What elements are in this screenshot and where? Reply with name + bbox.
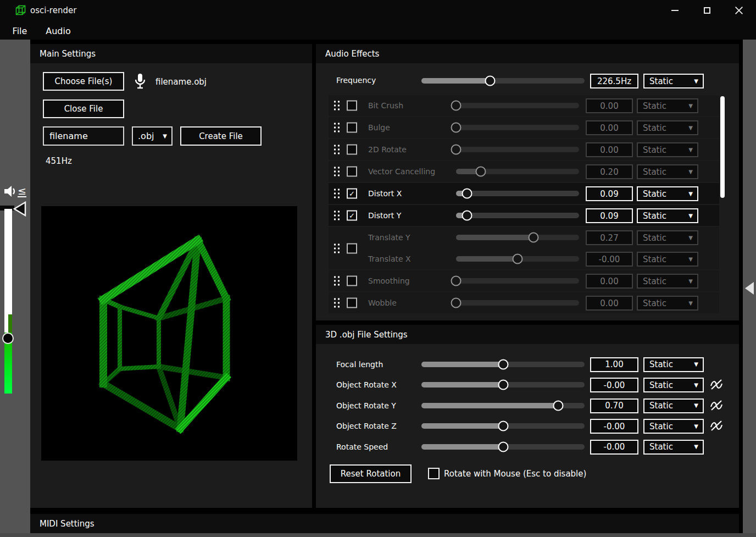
slider-thumb[interactable] (498, 359, 508, 369)
effect-value[interactable]: 0.09 (586, 208, 633, 223)
slider-thumb[interactable] (485, 76, 495, 86)
frequency-slider[interactable] (421, 78, 585, 84)
effect-slider[interactable] (456, 147, 579, 152)
create-file-button[interactable]: Create File (180, 126, 262, 146)
effect-slider[interactable] (456, 103, 579, 108)
effect-value[interactable]: 0.00 (586, 98, 633, 113)
effect-value[interactable]: 0.00 (586, 120, 633, 135)
menu-audio[interactable]: Audio (38, 23, 78, 38)
effect-mode-dropdown[interactable]: Static▼ (637, 252, 698, 267)
effect-checkbox[interactable]: ✓ (347, 189, 357, 199)
microphone-icon[interactable] (133, 73, 147, 90)
drag-handle-icon[interactable] (333, 122, 341, 134)
slider-thumb[interactable] (498, 380, 508, 390)
drag-handle-icon[interactable] (333, 100, 341, 112)
effect-slider[interactable] (456, 235, 579, 240)
setting-mode-dropdown[interactable]: Static▼ (643, 440, 704, 455)
effect-value[interactable]: 0.09 (586, 186, 633, 201)
filename-input[interactable]: filename (43, 126, 124, 146)
effect-mode-dropdown[interactable]: Static▼ (637, 208, 698, 223)
effect-checkbox[interactable] (347, 145, 357, 155)
effect-slider[interactable] (456, 278, 579, 284)
effect-mode-dropdown[interactable]: Static▼ (637, 296, 698, 311)
menu-file[interactable]: File (5, 23, 34, 38)
setting-mode-dropdown[interactable]: Static▼ (643, 357, 704, 372)
setting-slider[interactable] (421, 362, 585, 367)
drag-handle-icon[interactable] (333, 275, 341, 287)
effects-scrollbar[interactable] (720, 96, 725, 198)
slider-thumb[interactable] (462, 211, 472, 221)
setting-value[interactable]: 1.00 (590, 357, 638, 372)
frequency-mode-dropdown[interactable]: Static ▼ (643, 74, 704, 88)
effect-checkbox[interactable] (347, 298, 357, 308)
setting-value[interactable]: 0.70 (590, 398, 638, 413)
effect-mode-dropdown[interactable]: Static▼ (637, 98, 698, 113)
main-settings-header[interactable]: Main Settings (30, 44, 312, 63)
collapse-left-arrow-icon[interactable] (744, 281, 755, 296)
effect-slider[interactable] (456, 191, 579, 196)
effect-checkbox[interactable] (347, 123, 357, 133)
setting-slider[interactable] (421, 423, 585, 429)
setting-mode-dropdown[interactable]: Static▼ (643, 398, 704, 413)
effect-checkbox[interactable] (347, 167, 357, 177)
effect-mode-dropdown[interactable]: Static▼ (637, 274, 698, 289)
effect-checkbox[interactable] (347, 276, 357, 286)
effect-value[interactable]: 0.20 (586, 164, 633, 179)
slider-thumb[interactable] (498, 441, 508, 452)
setting-value[interactable]: -0.00 (590, 419, 638, 434)
effect-mode-dropdown[interactable]: Static▼ (637, 164, 698, 179)
effect-value[interactable]: 0.00 (586, 274, 633, 289)
setting-mode-dropdown[interactable]: Static▼ (643, 419, 704, 434)
effect-slider[interactable] (456, 125, 579, 130)
effect-mode-dropdown[interactable]: Static▼ (637, 186, 698, 201)
reset-rotation-button[interactable]: Reset Rotation (330, 464, 412, 483)
slider-thumb[interactable] (451, 298, 462, 308)
effect-slider[interactable] (456, 213, 579, 218)
close-file-button[interactable]: Close File (43, 99, 124, 118)
midi-settings-header[interactable]: MIDI Settings (30, 514, 739, 533)
setting-slider[interactable] (421, 403, 585, 408)
choose-files-button[interactable]: Choose File(s) (43, 72, 124, 91)
animate-toggle-icon[interactable] (709, 419, 724, 433)
slider-thumb[interactable] (451, 276, 462, 286)
effect-value[interactable]: -0.00 (586, 252, 633, 267)
slider-thumb[interactable] (475, 167, 486, 177)
effect-slider[interactable] (456, 169, 579, 174)
effect-value[interactable]: 0.00 (586, 296, 633, 311)
setting-slider[interactable] (421, 444, 585, 450)
maximize-button[interactable] (694, 1, 720, 20)
drag-handle-icon[interactable] (333, 210, 341, 222)
drag-handle-icon[interactable] (333, 144, 341, 156)
drag-handle-icon[interactable] (333, 188, 341, 200)
slider-thumb[interactable] (498, 421, 508, 431)
effect-value[interactable]: 0.27 (586, 230, 633, 245)
setting-value[interactable]: -0.00 (590, 440, 638, 455)
slider-thumb[interactable] (451, 123, 462, 133)
drag-handle-icon[interactable] (333, 297, 341, 309)
minimize-button[interactable] (662, 1, 687, 20)
effect-checkbox[interactable] (347, 101, 357, 111)
slider-thumb[interactable] (553, 400, 564, 411)
extension-dropdown[interactable]: .obj ▼ (132, 126, 173, 146)
slider-thumb[interactable] (513, 254, 523, 264)
close-button[interactable] (726, 1, 752, 20)
slider-thumb[interactable] (529, 232, 539, 243)
effect-mode-dropdown[interactable]: Static▼ (637, 120, 698, 135)
audio-effects-header[interactable]: Audio Effects (316, 44, 739, 63)
setting-mode-dropdown[interactable]: Static▼ (643, 378, 704, 392)
effect-mode-dropdown[interactable]: Static▼ (637, 142, 698, 157)
animate-toggle-icon[interactable] (709, 398, 724, 413)
frequency-value[interactable]: 226.5Hz (590, 74, 638, 88)
animate-toggle-icon[interactable] (709, 378, 724, 392)
oscilloscope-preview[interactable] (41, 206, 297, 461)
rotate-with-mouse-checkbox[interactable] (428, 468, 440, 479)
drag-handle-icon[interactable] (333, 166, 341, 178)
slider-thumb[interactable] (451, 101, 462, 111)
effect-slider[interactable] (456, 300, 579, 306)
setting-slider[interactable] (421, 382, 585, 387)
effect-value[interactable]: 0.00 (586, 142, 633, 157)
effect-slider[interactable] (456, 256, 579, 262)
effect-mode-dropdown[interactable]: Static▼ (637, 230, 698, 245)
effect-checkbox[interactable]: ✓ (347, 211, 357, 221)
slider-thumb[interactable] (462, 189, 472, 199)
